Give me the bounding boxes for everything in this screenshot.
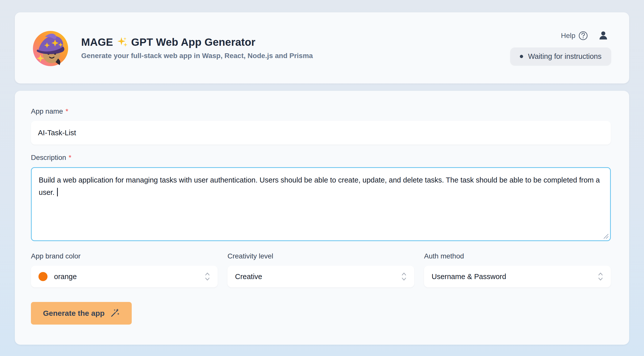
brand-color-label: App brand color	[31, 252, 218, 260]
header: MAGE GPT Web App Generator Generate your…	[15, 12, 629, 83]
app-title-right: GPT Web App Generator	[131, 36, 255, 48]
user-icon[interactable]	[598, 30, 609, 41]
required-asterisk: *	[69, 154, 71, 162]
generate-app-button[interactable]: Generate the app	[31, 302, 132, 325]
app-name-input[interactable]	[31, 121, 611, 145]
app-subtitle: Generate your full-stack web app in Wasp…	[81, 52, 313, 60]
auth-method-value: Username & Password	[432, 273, 506, 281]
status-dot-icon	[520, 55, 523, 58]
generator-form: App name * Description * Build a web app…	[15, 91, 629, 345]
app-title-left: MAGE	[81, 36, 113, 48]
options-row: App brand color orange Creativity level …	[31, 252, 611, 287]
creativity-value: Creative	[235, 273, 262, 281]
brand-color-select[interactable]: orange	[31, 266, 218, 287]
magic-wand-icon	[110, 308, 120, 318]
brand-color-field: App brand color orange	[31, 252, 218, 287]
creativity-label: Creativity level	[227, 252, 414, 260]
status-badge-label: Waiting for instructions	[528, 52, 602, 61]
help-circle-icon	[578, 31, 588, 40]
auth-method-label: Auth method	[424, 252, 611, 260]
creativity-select[interactable]: Creative	[227, 266, 414, 287]
help-link[interactable]: Help	[561, 31, 588, 40]
description-label: Description *	[31, 154, 611, 162]
page-container: MAGE GPT Web App Generator Generate your…	[15, 0, 629, 345]
auth-method-field: Auth method Username & Password	[424, 252, 611, 287]
generate-app-button-label: Generate the app	[43, 309, 105, 318]
header-right: Help Waiting for instructions	[510, 30, 611, 65]
mage-logo	[31, 28, 70, 68]
help-label: Help	[561, 32, 575, 40]
color-swatch-icon	[38, 272, 48, 281]
required-asterisk: *	[66, 107, 68, 115]
app-name-label: App name *	[31, 107, 611, 115]
title-block: MAGE GPT Web App Generator Generate your…	[81, 36, 313, 60]
auth-method-select[interactable]: Username & Password	[424, 266, 611, 287]
brand-color-value: orange	[54, 273, 77, 281]
chevron-updown-icon	[204, 272, 211, 281]
creativity-field: Creativity level Creative	[227, 252, 414, 287]
chevron-updown-icon	[400, 272, 408, 281]
chevron-updown-icon	[597, 272, 604, 281]
resize-grip-icon[interactable]	[602, 233, 609, 239]
text-caret	[57, 188, 58, 196]
sparkles-icon	[117, 37, 128, 48]
status-badge: Waiting for instructions	[510, 48, 611, 65]
description-text: Build a web application for managing tas…	[39, 176, 600, 196]
description-textarea[interactable]: Build a web application for managing tas…	[31, 167, 611, 241]
